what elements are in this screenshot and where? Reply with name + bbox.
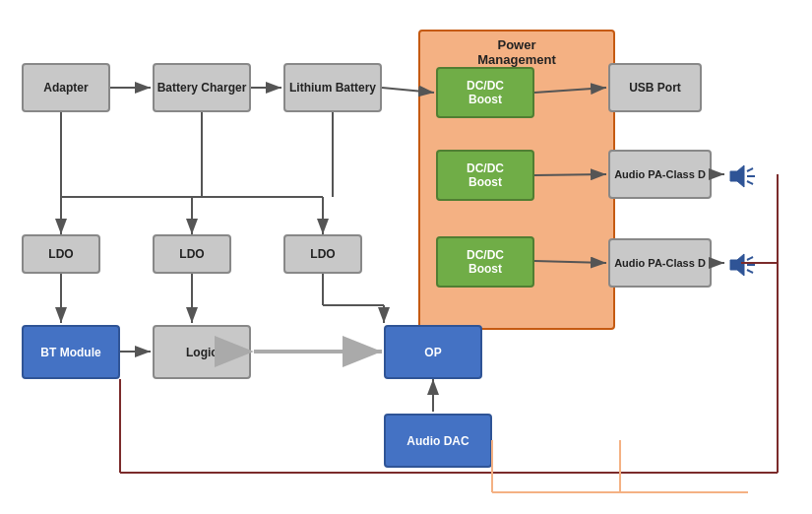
battery-charger-block: Battery Charger <box>153 63 251 112</box>
dcdc2-block: DC/DCBoost <box>436 150 534 201</box>
op-block: OP <box>384 325 482 379</box>
audio-pa2-block: Audio PA-Class D <box>608 238 712 288</box>
dcdc1-block: DC/DCBoost <box>436 67 534 118</box>
adapter-block: Adapter <box>22 63 110 112</box>
svg-line-1 <box>747 168 753 171</box>
svg-marker-0 <box>730 165 744 187</box>
bt-module-block: BT Module <box>22 325 120 379</box>
ldo2-block: LDO <box>153 234 231 274</box>
ldo1-block: LDO <box>22 234 100 274</box>
audio-pa1-block: Audio PA-Class D <box>608 150 712 199</box>
speaker1-icon <box>726 162 756 194</box>
audio-dac-block: Audio DAC <box>384 414 492 468</box>
power-management-title: PowerManagement <box>420 37 613 67</box>
svg-line-7 <box>747 270 753 273</box>
speaker2-icon <box>726 251 756 283</box>
usb-port-block: USB Port <box>608 63 702 112</box>
block-diagram: PowerManagement Adapter Battery Charger … <box>0 0 812 514</box>
lithium-battery-block: Lithium Battery <box>283 63 382 112</box>
ldo3-block: LDO <box>283 234 362 274</box>
svg-marker-4 <box>730 254 744 276</box>
svg-line-3 <box>747 181 753 184</box>
svg-line-5 <box>747 257 753 260</box>
logic-block: Logic <box>153 325 251 379</box>
dcdc3-block: DC/DCBoost <box>436 236 534 288</box>
